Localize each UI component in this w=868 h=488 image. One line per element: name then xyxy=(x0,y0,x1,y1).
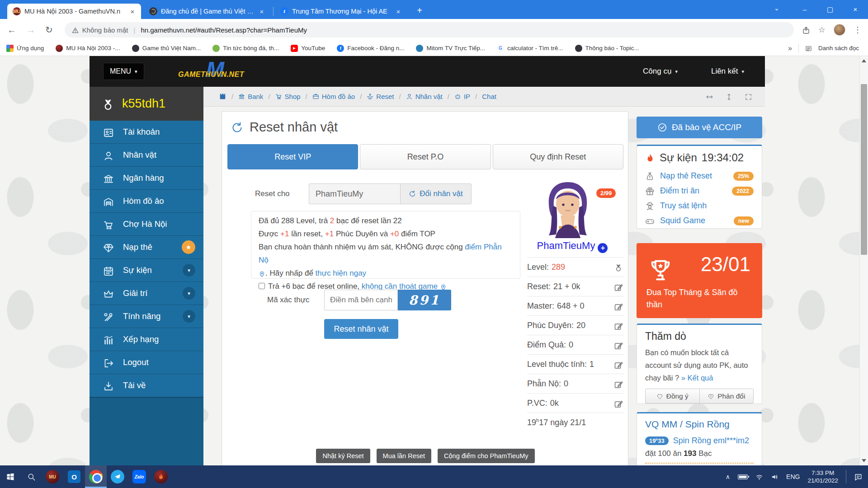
bookmark-item[interactable]: Game thủ Việt Nam... xyxy=(132,45,201,52)
acc-ip-protected-button[interactable]: Đã bảo vệ ACC/IP xyxy=(637,117,762,138)
sidebar-item-account[interactable]: Tài khoản xyxy=(90,121,203,144)
bookmark-star-icon[interactable]: ☆ xyxy=(818,25,826,35)
taskbar-search-icon[interactable] xyxy=(21,465,42,488)
taskbar-app-mu-launcher[interactable] xyxy=(150,465,172,488)
tab-search-chevron-icon[interactable]: ⌄ xyxy=(774,5,779,12)
bookmark-item[interactable]: Mitom TV Trực Tiếp... xyxy=(416,45,485,52)
bookmark-item[interactable]: YouTube xyxy=(291,45,325,52)
event-link[interactable]: Điểm tri ân xyxy=(660,186,699,196)
taskbar-app-telegram[interactable] xyxy=(107,465,128,488)
edit-icon[interactable] xyxy=(614,301,623,311)
breadcrumb-vault[interactable]: Hòm đồ ảo xyxy=(312,93,355,100)
breadcrumb-reset[interactable]: Reset xyxy=(367,93,394,100)
language-indicator[interactable]: ENG xyxy=(786,473,800,480)
add-points-button[interactable]: Cộng điểm cho PhamTieuMy xyxy=(438,449,534,463)
site-logo[interactable]: M GAMETHUVN.NET xyxy=(178,59,259,84)
plus-icon[interactable]: + xyxy=(598,243,608,253)
top-race-banner[interactable]: 23/01 Đua Top Tháng & Săn đồ thần xyxy=(637,243,762,318)
do-now-link[interactable]: thực hiện ngay xyxy=(316,269,367,277)
new-tab-button[interactable]: + xyxy=(413,5,426,17)
page-scrollbar[interactable] xyxy=(859,56,868,465)
edit-icon[interactable] xyxy=(614,398,623,408)
edit-icon[interactable] xyxy=(614,340,623,350)
back-icon[interactable]: ← xyxy=(7,25,16,35)
breadcrumb-chat[interactable]: Chat xyxy=(482,93,496,100)
chevron-down-icon[interactable]: ▾ xyxy=(183,264,195,277)
sidebar-item-logout[interactable]: Logout xyxy=(90,351,203,374)
share-icon[interactable] xyxy=(802,25,810,35)
edit-icon[interactable] xyxy=(614,320,623,331)
window-maximize-button[interactable]: ▢ xyxy=(817,0,843,19)
buy-reset-button[interactable]: Mua lần Reset xyxy=(377,449,432,463)
taskbar-app-outlook[interactable]: O xyxy=(63,465,85,488)
character-name[interactable]: PhamTieuMy+ xyxy=(516,240,629,253)
captcha-input[interactable] xyxy=(324,290,398,310)
poll-disagree-button[interactable]: Phản đối xyxy=(699,389,754,404)
sidebar-item-market[interactable]: Chợ Hà Nội xyxy=(90,213,203,236)
notification-center-icon[interactable] xyxy=(854,473,863,481)
scrollbar-thumb[interactable] xyxy=(861,84,867,255)
sidebar-item-vault[interactable]: Hòm đồ ảo xyxy=(90,190,203,213)
bookmark-item[interactable]: fFacebook - Đăng n... xyxy=(337,45,404,52)
battery-icon[interactable] xyxy=(738,474,748,479)
browser-tab[interactable]: Đăng chủ đề | Game thủ Việt Nam × xyxy=(144,4,270,19)
address-bar[interactable]: Không bảo mật | hn.gamethuvn.net/#auth/R… xyxy=(65,22,794,38)
swap-horizontal-icon[interactable] xyxy=(706,92,713,101)
browser-tab-active[interactable]: MU MU Hà Nội 2003 - GamethuVN.n × xyxy=(7,4,141,19)
poll-result-link[interactable]: » Kết quả xyxy=(681,374,713,382)
sidebar-item-download[interactable]: Tải về xyxy=(90,374,203,397)
breadcrumb-shop[interactable]: Shop xyxy=(275,93,301,100)
event-link[interactable]: Nạp thẻ Reset xyxy=(660,171,712,181)
volume-icon[interactable] xyxy=(771,473,778,481)
change-character-button[interactable]: Đổi nhân vật xyxy=(400,183,472,204)
taskbar-app-zalo[interactable]: Zalo xyxy=(128,465,150,488)
reading-list-button[interactable]: Danh sách đọc xyxy=(805,44,859,52)
tab-reset-po[interactable]: Reset P.O xyxy=(360,144,491,169)
swap-vertical-icon[interactable] xyxy=(725,92,733,101)
character-input[interactable] xyxy=(309,183,400,204)
sidebar-item-ranking[interactable]: Xếp hạng xyxy=(90,328,203,351)
sidebar-item-features[interactable]: Tính năng▾ xyxy=(90,305,203,328)
tab-reset-vip[interactable]: Reset VIP xyxy=(227,144,358,169)
tab-close-icon[interactable]: × xyxy=(394,8,402,15)
breadcrumb-bank[interactable]: Bank xyxy=(238,93,263,100)
tray-chevron-up-icon[interactable]: ∧ xyxy=(726,473,730,480)
bookmark-item[interactable]: Thông báo - Topic... xyxy=(575,45,639,52)
event-link[interactable]: Squid Game xyxy=(660,216,705,225)
start-button[interactable] xyxy=(0,465,21,488)
tab-close-icon[interactable]: × xyxy=(128,8,137,15)
sidebar-item-entertainment[interactable]: Giải trí▾ xyxy=(90,282,203,305)
wifi-icon[interactable] xyxy=(755,473,763,481)
online-reset-checkbox[interactable] xyxy=(259,283,265,289)
sidebar-item-topup[interactable]: Nạp thẻ★ xyxy=(90,236,203,259)
edit-icon[interactable] xyxy=(614,282,623,292)
taskbar-app-chrome[interactable] xyxy=(85,465,107,488)
tab-close-icon[interactable]: × xyxy=(258,8,266,15)
nav-item-tools[interactable]: Công cụ▾ xyxy=(643,67,678,76)
sidebar-item-character[interactable]: Nhân vật xyxy=(90,144,203,167)
window-close-button[interactable]: × xyxy=(843,0,868,19)
reset-submit-button[interactable]: Reset nhân vật xyxy=(324,319,398,339)
edit-icon[interactable] xyxy=(614,379,623,389)
poll-agree-button[interactable]: Đồng ý xyxy=(645,389,699,404)
window-minimize-button[interactable]: – xyxy=(792,0,817,19)
scroll-down-arrow[interactable] xyxy=(862,459,866,462)
fullscreen-icon[interactable] xyxy=(745,92,752,101)
bookmark-item[interactable]: Gcalculator - Tìm trê... xyxy=(497,45,563,52)
bookmark-item[interactable]: MU Hà Nội 2003 -... xyxy=(56,45,120,52)
reload-icon[interactable]: ↻ xyxy=(45,24,53,35)
apps-shortcut[interactable]: Ứng dụng xyxy=(6,45,44,52)
breadcrumb-ip[interactable]: IP xyxy=(454,93,470,100)
menu-button[interactable]: MENU ▾ xyxy=(103,63,144,80)
scroll-up-arrow[interactable] xyxy=(862,59,866,62)
bookmark-item[interactable]: Tin tức bóng đá, th... xyxy=(212,45,279,52)
sidebar-item-events[interactable]: Sự kiện▾ xyxy=(90,259,203,282)
taskbar-clock[interactable]: 7:33 PM 21/01/2022 xyxy=(807,469,838,484)
reset-log-button[interactable]: Nhật ký Reset xyxy=(316,449,370,463)
home-icon[interactable] xyxy=(219,93,226,100)
spin-entry-link[interactable]: Spin Rồng eml***im2 xyxy=(673,436,749,446)
chevron-down-icon[interactable]: ▾ xyxy=(183,287,195,300)
sidebar-item-bank[interactable]: Ngân hàng xyxy=(90,167,203,190)
bookmarks-overflow-icon[interactable]: » xyxy=(788,44,792,52)
event-link[interactable]: Truy sát lệnh xyxy=(660,201,707,211)
